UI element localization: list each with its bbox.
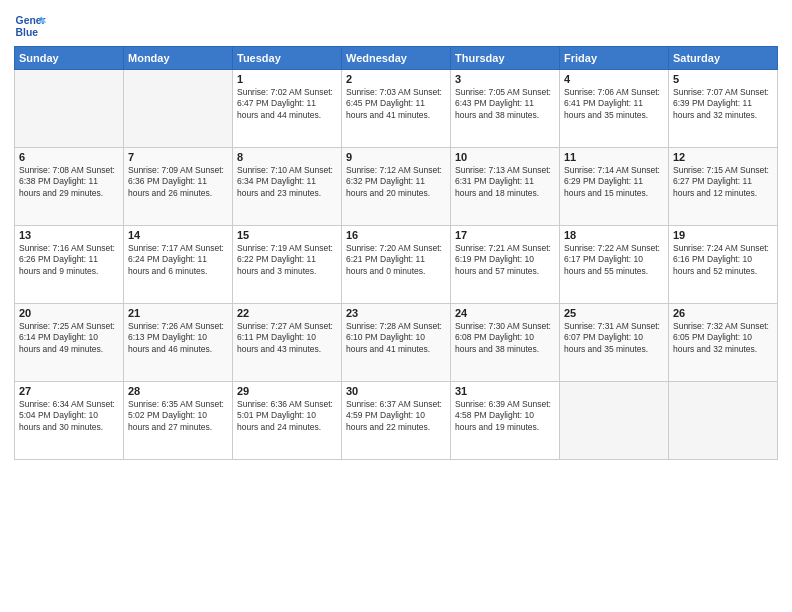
calendar-cell xyxy=(124,70,233,148)
calendar-cell: 23Sunrise: 7:28 AM Sunset: 6:10 PM Dayli… xyxy=(342,304,451,382)
day-number: 12 xyxy=(673,151,773,163)
day-info: Sunrise: 7:16 AM Sunset: 6:26 PM Dayligh… xyxy=(19,243,119,277)
calendar-cell xyxy=(560,382,669,460)
calendar-cell: 14Sunrise: 7:17 AM Sunset: 6:24 PM Dayli… xyxy=(124,226,233,304)
day-number: 19 xyxy=(673,229,773,241)
weekday-header-row: SundayMondayTuesdayWednesdayThursdayFrid… xyxy=(15,47,778,70)
day-info: Sunrise: 7:07 AM Sunset: 6:39 PM Dayligh… xyxy=(673,87,773,121)
day-number: 5 xyxy=(673,73,773,85)
day-info: Sunrise: 7:21 AM Sunset: 6:19 PM Dayligh… xyxy=(455,243,555,277)
week-row-4: 20Sunrise: 7:25 AM Sunset: 6:14 PM Dayli… xyxy=(15,304,778,382)
day-info: Sunrise: 7:10 AM Sunset: 6:34 PM Dayligh… xyxy=(237,165,337,199)
day-number: 14 xyxy=(128,229,228,241)
week-row-2: 6Sunrise: 7:08 AM Sunset: 6:38 PM Daylig… xyxy=(15,148,778,226)
calendar-cell: 8Sunrise: 7:10 AM Sunset: 6:34 PM Daylig… xyxy=(233,148,342,226)
calendar-cell: 2Sunrise: 7:03 AM Sunset: 6:45 PM Daylig… xyxy=(342,70,451,148)
weekday-header-thursday: Thursday xyxy=(451,47,560,70)
calendar-cell: 28Sunrise: 6:35 AM Sunset: 5:02 PM Dayli… xyxy=(124,382,233,460)
calendar-cell: 15Sunrise: 7:19 AM Sunset: 6:22 PM Dayli… xyxy=(233,226,342,304)
calendar-cell: 18Sunrise: 7:22 AM Sunset: 6:17 PM Dayli… xyxy=(560,226,669,304)
week-row-3: 13Sunrise: 7:16 AM Sunset: 6:26 PM Dayli… xyxy=(15,226,778,304)
day-info: Sunrise: 7:24 AM Sunset: 6:16 PM Dayligh… xyxy=(673,243,773,277)
day-number: 1 xyxy=(237,73,337,85)
day-number: 2 xyxy=(346,73,446,85)
day-info: Sunrise: 7:15 AM Sunset: 6:27 PM Dayligh… xyxy=(673,165,773,199)
calendar-cell xyxy=(15,70,124,148)
day-info: Sunrise: 7:20 AM Sunset: 6:21 PM Dayligh… xyxy=(346,243,446,277)
day-info: Sunrise: 7:13 AM Sunset: 6:31 PM Dayligh… xyxy=(455,165,555,199)
calendar-cell: 13Sunrise: 7:16 AM Sunset: 6:26 PM Dayli… xyxy=(15,226,124,304)
calendar-cell: 5Sunrise: 7:07 AM Sunset: 6:39 PM Daylig… xyxy=(669,70,778,148)
day-info: Sunrise: 6:34 AM Sunset: 5:04 PM Dayligh… xyxy=(19,399,119,433)
day-info: Sunrise: 7:25 AM Sunset: 6:14 PM Dayligh… xyxy=(19,321,119,355)
day-number: 4 xyxy=(564,73,664,85)
day-number: 21 xyxy=(128,307,228,319)
day-info: Sunrise: 7:02 AM Sunset: 6:47 PM Dayligh… xyxy=(237,87,337,121)
calendar-cell: 16Sunrise: 7:20 AM Sunset: 6:21 PM Dayli… xyxy=(342,226,451,304)
calendar-cell: 24Sunrise: 7:30 AM Sunset: 6:08 PM Dayli… xyxy=(451,304,560,382)
day-info: Sunrise: 7:17 AM Sunset: 6:24 PM Dayligh… xyxy=(128,243,228,277)
day-info: Sunrise: 7:14 AM Sunset: 6:29 PM Dayligh… xyxy=(564,165,664,199)
calendar-cell: 10Sunrise: 7:13 AM Sunset: 6:31 PM Dayli… xyxy=(451,148,560,226)
day-number: 8 xyxy=(237,151,337,163)
calendar-cell: 9Sunrise: 7:12 AM Sunset: 6:32 PM Daylig… xyxy=(342,148,451,226)
day-info: Sunrise: 7:19 AM Sunset: 6:22 PM Dayligh… xyxy=(237,243,337,277)
logo-icon: General Blue xyxy=(14,10,46,42)
day-info: Sunrise: 6:36 AM Sunset: 5:01 PM Dayligh… xyxy=(237,399,337,433)
calendar-cell: 12Sunrise: 7:15 AM Sunset: 6:27 PM Dayli… xyxy=(669,148,778,226)
weekday-header-friday: Friday xyxy=(560,47,669,70)
day-info: Sunrise: 7:09 AM Sunset: 6:36 PM Dayligh… xyxy=(128,165,228,199)
day-number: 15 xyxy=(237,229,337,241)
day-number: 6 xyxy=(19,151,119,163)
weekday-header-wednesday: Wednesday xyxy=(342,47,451,70)
weekday-header-saturday: Saturday xyxy=(669,47,778,70)
day-number: 3 xyxy=(455,73,555,85)
calendar-cell: 29Sunrise: 6:36 AM Sunset: 5:01 PM Dayli… xyxy=(233,382,342,460)
day-info: Sunrise: 7:05 AM Sunset: 6:43 PM Dayligh… xyxy=(455,87,555,121)
day-number: 18 xyxy=(564,229,664,241)
day-info: Sunrise: 6:39 AM Sunset: 4:58 PM Dayligh… xyxy=(455,399,555,433)
calendar-cell: 31Sunrise: 6:39 AM Sunset: 4:58 PM Dayli… xyxy=(451,382,560,460)
day-number: 30 xyxy=(346,385,446,397)
day-number: 7 xyxy=(128,151,228,163)
header: General Blue xyxy=(14,10,778,42)
day-number: 28 xyxy=(128,385,228,397)
calendar-cell: 11Sunrise: 7:14 AM Sunset: 6:29 PM Dayli… xyxy=(560,148,669,226)
day-number: 16 xyxy=(346,229,446,241)
calendar-cell: 27Sunrise: 6:34 AM Sunset: 5:04 PM Dayli… xyxy=(15,382,124,460)
day-number: 25 xyxy=(564,307,664,319)
day-number: 22 xyxy=(237,307,337,319)
day-number: 20 xyxy=(19,307,119,319)
week-row-1: 1Sunrise: 7:02 AM Sunset: 6:47 PM Daylig… xyxy=(15,70,778,148)
day-number: 9 xyxy=(346,151,446,163)
day-info: Sunrise: 7:28 AM Sunset: 6:10 PM Dayligh… xyxy=(346,321,446,355)
day-number: 26 xyxy=(673,307,773,319)
day-number: 23 xyxy=(346,307,446,319)
day-number: 17 xyxy=(455,229,555,241)
calendar-cell: 30Sunrise: 6:37 AM Sunset: 4:59 PM Dayli… xyxy=(342,382,451,460)
svg-text:Blue: Blue xyxy=(16,27,39,38)
calendar-cell: 25Sunrise: 7:31 AM Sunset: 6:07 PM Dayli… xyxy=(560,304,669,382)
day-number: 31 xyxy=(455,385,555,397)
day-info: Sunrise: 7:31 AM Sunset: 6:07 PM Dayligh… xyxy=(564,321,664,355)
calendar-cell: 1Sunrise: 7:02 AM Sunset: 6:47 PM Daylig… xyxy=(233,70,342,148)
weekday-header-monday: Monday xyxy=(124,47,233,70)
day-info: Sunrise: 7:03 AM Sunset: 6:45 PM Dayligh… xyxy=(346,87,446,121)
day-number: 24 xyxy=(455,307,555,319)
weekday-header-tuesday: Tuesday xyxy=(233,47,342,70)
calendar-cell: 21Sunrise: 7:26 AM Sunset: 6:13 PM Dayli… xyxy=(124,304,233,382)
day-number: 27 xyxy=(19,385,119,397)
day-number: 13 xyxy=(19,229,119,241)
day-info: Sunrise: 7:32 AM Sunset: 6:05 PM Dayligh… xyxy=(673,321,773,355)
day-number: 11 xyxy=(564,151,664,163)
calendar-cell: 17Sunrise: 7:21 AM Sunset: 6:19 PM Dayli… xyxy=(451,226,560,304)
calendar-cell: 7Sunrise: 7:09 AM Sunset: 6:36 PM Daylig… xyxy=(124,148,233,226)
week-row-5: 27Sunrise: 6:34 AM Sunset: 5:04 PM Dayli… xyxy=(15,382,778,460)
day-info: Sunrise: 7:12 AM Sunset: 6:32 PM Dayligh… xyxy=(346,165,446,199)
calendar-cell: 3Sunrise: 7:05 AM Sunset: 6:43 PM Daylig… xyxy=(451,70,560,148)
day-info: Sunrise: 7:30 AM Sunset: 6:08 PM Dayligh… xyxy=(455,321,555,355)
calendar-cell: 6Sunrise: 7:08 AM Sunset: 6:38 PM Daylig… xyxy=(15,148,124,226)
calendar-cell: 4Sunrise: 7:06 AM Sunset: 6:41 PM Daylig… xyxy=(560,70,669,148)
day-info: Sunrise: 7:08 AM Sunset: 6:38 PM Dayligh… xyxy=(19,165,119,199)
page: General Blue SundayMondayTuesdayWednesda… xyxy=(0,0,792,468)
